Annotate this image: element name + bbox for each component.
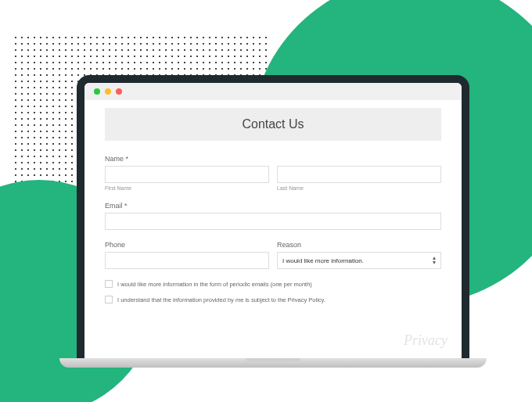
laptop-screen: Contact Us Name * First Name Last Name E…: [77, 75, 469, 358]
chevron-updown-icon: ▴▾: [433, 256, 436, 265]
phone-reason-row: Phone Reason I would like more informati…: [105, 241, 441, 269]
watermark-text: Privacy: [404, 332, 448, 349]
contact-form-page: Contact Us Name * First Name Last Name E…: [84, 100, 462, 316]
phone-input[interactable]: [105, 252, 269, 269]
name-field-group: Name * First Name Last Name: [105, 155, 441, 191]
traffic-light-close[interactable]: [94, 88, 100, 95]
laptop-base: [59, 358, 487, 368]
checkbox-1-label: I would like more information in the for…: [117, 281, 312, 288]
checkbox-2[interactable]: [105, 296, 113, 303]
last-name-sublabel: Last Name: [277, 185, 441, 191]
checkbox-2-label: I understand that the information provid…: [117, 296, 325, 303]
phone-label: Phone: [105, 241, 269, 249]
checkbox-1[interactable]: [105, 280, 113, 288]
reason-select-value: I would like more information.: [282, 257, 364, 264]
reason-select[interactable]: I would like more information. ▴▾: [277, 252, 441, 269]
laptop-mockup: Contact Us Name * First Name Last Name E…: [77, 75, 469, 368]
last-name-input[interactable]: [277, 166, 441, 183]
traffic-light-zoom[interactable]: [116, 88, 122, 95]
form-header: Contact Us: [105, 108, 441, 141]
first-name-sublabel: First Name: [105, 185, 269, 191]
email-label: Email *: [105, 202, 441, 210]
traffic-light-minimize[interactable]: [105, 88, 111, 95]
email-input[interactable]: [105, 213, 441, 230]
name-label: Name *: [105, 155, 441, 163]
window-titlebar: [84, 83, 462, 100]
email-field-group: Email *: [105, 202, 441, 230]
checkbox-row-2[interactable]: I understand that the information provid…: [105, 296, 441, 303]
page-title: Contact Us: [114, 117, 432, 131]
reason-label: Reason: [277, 241, 441, 249]
checkbox-row-1[interactable]: I would like more information in the for…: [105, 280, 441, 288]
first-name-input[interactable]: [105, 166, 269, 183]
